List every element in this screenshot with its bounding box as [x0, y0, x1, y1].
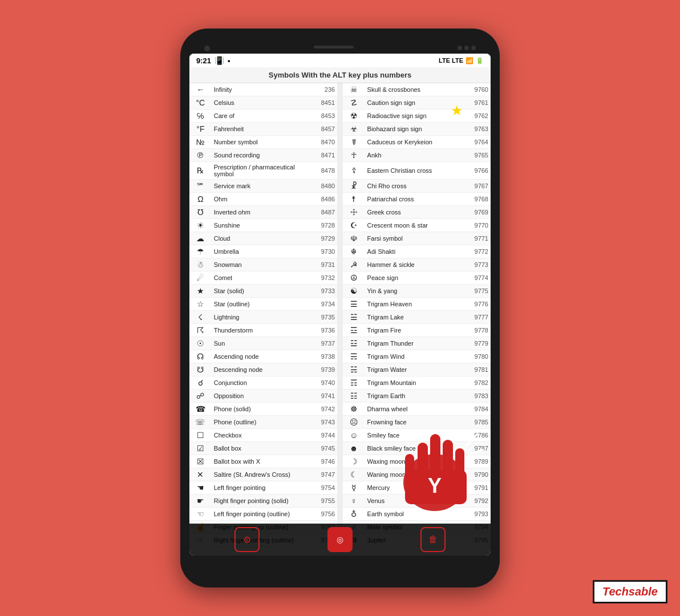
- right-symbol: ☲: [343, 324, 365, 337]
- left-symbol: ☛: [189, 495, 212, 508]
- left-name: Service mark: [212, 180, 309, 193]
- right-symbol: ☵: [343, 363, 365, 376]
- right-symbol: ☹: [343, 416, 365, 429]
- column-divider: [337, 206, 343, 219]
- right-name: Trigram Thunder: [365, 337, 462, 350]
- table-row: ☐ Checkbox 9744 ☺ Smiley face 9786: [189, 429, 491, 442]
- left-number: 9730: [308, 245, 337, 258]
- right-number: 9772: [462, 245, 491, 258]
- left-number: 9743: [308, 416, 337, 429]
- right-symbol: ☯: [343, 285, 365, 298]
- right-number: 9761: [462, 96, 491, 110]
- time-display: 9:21: [196, 56, 211, 65]
- left-name: Prescription / pharmaceutical symbol: [212, 162, 309, 180]
- right-number: 9767: [462, 180, 491, 193]
- left-name: Fahrenheit: [212, 123, 309, 136]
- column-divider: [337, 83, 343, 96]
- left-symbol: Ω: [189, 193, 212, 206]
- table-row: Ω Ohm 8486 ☨ Patriarchal cross 9768: [189, 193, 491, 206]
- left-number: 9729: [308, 232, 337, 245]
- table-row: ☊ Ascending node 9738 ☴ Trigram Wind 978…: [189, 350, 491, 363]
- table-row: °C Celsius 8451 ☡ Caution sign sign 9761: [189, 96, 491, 110]
- scan-button[interactable]: ◎: [327, 527, 353, 552]
- left-name: Ballot box with X: [212, 455, 309, 468]
- left-symbol: ℅: [189, 110, 212, 123]
- left-number: 9755: [308, 495, 337, 508]
- left-symbol: °C: [189, 96, 212, 110]
- column-divider: [337, 193, 343, 206]
- table-row: ☋ Descending node 9739 ☵ Trigram Water 9…: [189, 363, 491, 376]
- right-name: Caution sign sign: [365, 96, 462, 110]
- right-name: Trigram Fire: [365, 324, 462, 337]
- left-name: Inverted ohm: [212, 206, 309, 219]
- right-name: Crescent moon & star: [365, 219, 462, 232]
- left-number: 8453: [308, 110, 337, 123]
- right-symbol: ☷: [343, 390, 365, 403]
- column-divider: [337, 508, 343, 521]
- left-number: 9744: [308, 429, 337, 442]
- left-name: Care of: [212, 110, 309, 123]
- signal-text: LTE LTE: [439, 57, 463, 64]
- phone-device: 9:21 📳 • LTE LTE 📶 🔋 Symbols With the AL…: [180, 29, 500, 587]
- right-symbol: ☤: [343, 136, 365, 149]
- left-number: 8451: [308, 96, 337, 110]
- left-symbol: ℠: [189, 180, 212, 193]
- right-symbol: ☣: [343, 123, 365, 136]
- right-name: Hammer & sickle: [365, 258, 462, 271]
- left-symbol: ☚: [189, 481, 212, 495]
- left-symbol: ☄: [189, 271, 212, 285]
- left-symbol: ←: [189, 83, 212, 96]
- right-name: Black smiley face: [365, 442, 462, 455]
- table-row: ☂ Umbrella 9730 ☬ Adi Shakti 9772: [189, 245, 491, 258]
- right-number: 9784: [462, 403, 491, 416]
- right-number: 9792: [462, 495, 491, 508]
- left-name: Ascending node: [212, 350, 309, 363]
- left-number: 9736: [308, 324, 337, 337]
- table-row: ☚ Left finger pointing 9754 ☿ Mercury 97…: [189, 481, 491, 495]
- right-symbol: ☭: [343, 258, 365, 271]
- left-name: Lightning: [212, 311, 309, 324]
- battery-icon: 🔋: [476, 57, 484, 64]
- right-number: 9773: [462, 258, 491, 271]
- left-symbol: ☃: [189, 258, 212, 271]
- right-symbol: ☱: [343, 311, 365, 324]
- left-name: Sun: [212, 337, 309, 350]
- column-divider: [337, 442, 343, 455]
- right-name: Waxing moon: [365, 455, 462, 468]
- left-number: 9734: [308, 298, 337, 311]
- symbol-table-container[interactable]: ← Infinity 236 ☠ Skull & crossbones 9760…: [189, 83, 491, 556]
- left-symbol: °F: [189, 123, 212, 136]
- column-divider: [337, 390, 343, 403]
- right-number: 9771: [462, 232, 491, 245]
- delete-button[interactable]: 🗑: [420, 527, 446, 552]
- left-name: Sound recording: [212, 149, 309, 162]
- left-symbol: ℧: [189, 206, 212, 219]
- right-name: Trigram Water: [365, 363, 462, 376]
- left-number: 8480: [308, 180, 337, 193]
- right-name: Earth symbol: [365, 508, 462, 521]
- page-title: Symbols With the ALT key plus numbers: [189, 67, 491, 83]
- right-number: 9777: [462, 311, 491, 324]
- left-number: 9733: [308, 285, 337, 298]
- left-name: Cloud: [212, 232, 309, 245]
- column-divider: [337, 232, 343, 245]
- right-number: 9765: [462, 149, 491, 162]
- column-divider: [337, 123, 343, 136]
- right-symbol: ☡: [343, 96, 365, 110]
- column-divider: [337, 298, 343, 311]
- left-number: 8471: [308, 149, 337, 162]
- table-row: ☛ Right finger pointing (solid) 9755 ♀ V…: [189, 495, 491, 508]
- right-number: 9766: [462, 162, 491, 180]
- column-divider: [337, 429, 343, 442]
- table-row: ☈ Thunderstorm 9736 ☲ Trigram Fire 9778: [189, 324, 491, 337]
- column-divider: [337, 468, 343, 481]
- left-name: Left finger pointing (outline): [212, 508, 309, 521]
- left-symbol: ☏: [189, 416, 212, 429]
- left-symbol: ★: [189, 285, 212, 298]
- right-symbol: ☥: [343, 149, 365, 162]
- column-divider: [337, 363, 343, 376]
- right-symbol: ☧: [343, 180, 365, 193]
- settings-button[interactable]: ⚙: [234, 527, 260, 552]
- right-name: Dharma wheel: [365, 403, 462, 416]
- left-name: Opposition: [212, 390, 309, 403]
